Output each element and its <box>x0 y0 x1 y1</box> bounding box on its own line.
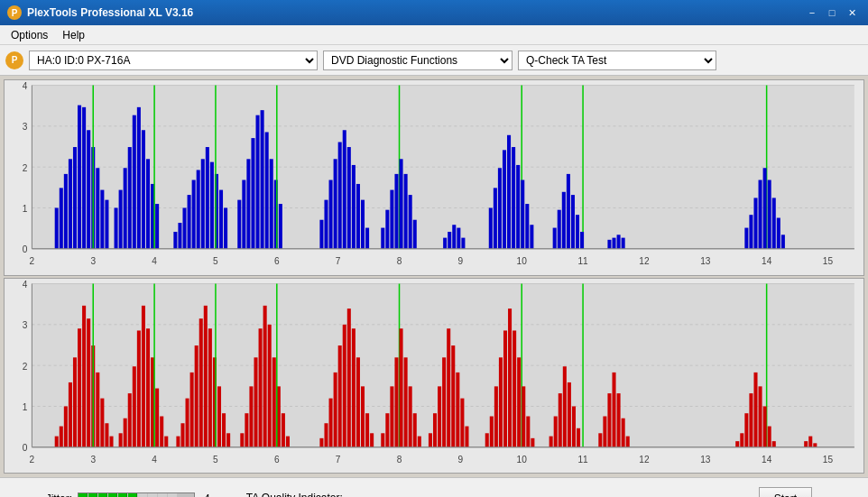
svg-rect-101 <box>494 188 497 248</box>
title-bar: P PlexTools Professional XL V3.16 − □ ✕ <box>0 0 868 25</box>
svg-rect-218 <box>347 308 351 447</box>
svg-rect-95 <box>448 232 451 249</box>
close-button[interactable]: ✕ <box>843 5 861 20</box>
svg-rect-43 <box>133 115 136 249</box>
svg-text:9: 9 <box>458 255 464 267</box>
app-icon: P <box>7 5 22 20</box>
bottom-chart-area: 4 3 2 1 0 2 3 4 5 6 7 8 9 10 11 12 13 14… <box>4 278 864 474</box>
svg-rect-166 <box>78 328 81 447</box>
test-select[interactable]: Q-Check TA Test <box>518 51 716 70</box>
svg-text:3: 3 <box>90 255 96 267</box>
svg-text:3: 3 <box>90 454 96 465</box>
menu-options[interactable]: Options <box>4 27 55 43</box>
svg-rect-181 <box>146 328 150 447</box>
svg-rect-191 <box>195 345 199 447</box>
svg-rect-229 <box>400 328 403 447</box>
svg-rect-189 <box>186 398 189 446</box>
svg-rect-93 <box>413 220 417 249</box>
svg-rect-206 <box>268 324 272 446</box>
svg-text:4: 4 <box>152 255 157 267</box>
svg-rect-183 <box>155 388 159 446</box>
svg-rect-75 <box>324 200 328 249</box>
start-button[interactable]: Start <box>759 487 812 497</box>
svg-rect-252 <box>522 386 525 446</box>
svg-rect-188 <box>180 423 184 447</box>
svg-rect-192 <box>199 318 203 447</box>
svg-rect-112 <box>558 210 561 249</box>
svg-rect-68 <box>261 110 264 249</box>
svg-rect-76 <box>329 180 333 249</box>
main-content: 4 3 2 1 0 2 3 4 5 6 7 8 9 10 11 12 13 14… <box>0 76 868 477</box>
svg-rect-168 <box>87 318 90 447</box>
svg-rect-124 <box>749 215 753 249</box>
svg-rect-176 <box>124 418 127 446</box>
svg-rect-108 <box>525 204 529 249</box>
svg-rect-46 <box>146 159 150 248</box>
svg-rect-103 <box>503 150 506 248</box>
svg-rect-222 <box>365 413 369 447</box>
top-chart-area: 4 3 2 1 0 2 3 4 5 6 7 8 9 10 11 12 13 14… <box>4 79 864 276</box>
svg-rect-52 <box>182 207 186 248</box>
function-select[interactable]: DVD Diagnostic Functions <box>323 51 512 70</box>
svg-rect-91 <box>404 174 408 249</box>
svg-rect-105 <box>512 147 515 249</box>
svg-rect-83 <box>361 200 365 249</box>
svg-rect-119 <box>612 238 615 249</box>
svg-rect-207 <box>272 357 276 446</box>
svg-rect-264 <box>603 416 606 446</box>
svg-rect-57 <box>206 147 209 249</box>
svg-rect-172 <box>105 423 108 447</box>
svg-rect-268 <box>622 418 625 446</box>
svg-rect-203 <box>254 357 257 446</box>
svg-text:15: 15 <box>823 255 833 267</box>
svg-rect-197 <box>222 413 226 447</box>
title-bar-controls: − □ ✕ <box>803 5 861 20</box>
svg-rect-226 <box>385 413 389 447</box>
svg-rect-173 <box>109 436 113 446</box>
svg-rect-180 <box>142 305 145 446</box>
svg-rect-232 <box>413 413 417 447</box>
svg-rect-223 <box>370 433 374 446</box>
svg-rect-129 <box>772 198 776 248</box>
drive-select[interactable]: HA:0 ID:0 PX-716A <box>29 51 318 70</box>
svg-rect-88 <box>390 190 393 249</box>
svg-rect-225 <box>381 433 384 446</box>
svg-rect-67 <box>256 115 260 249</box>
svg-rect-209 <box>282 413 285 447</box>
menu-help[interactable]: Help <box>55 27 92 43</box>
svg-rect-27 <box>60 188 63 248</box>
svg-rect-163 <box>64 406 68 446</box>
svg-text:11: 11 <box>577 454 587 465</box>
svg-text:14: 14 <box>762 454 771 465</box>
svg-rect-80 <box>347 147 351 249</box>
svg-rect-213 <box>324 423 328 447</box>
svg-rect-221 <box>361 386 365 446</box>
svg-rect-230 <box>404 357 408 446</box>
svg-rect-275 <box>753 372 757 446</box>
svg-rect-263 <box>598 433 602 446</box>
jitter-seg5 <box>118 493 127 498</box>
svg-rect-118 <box>607 240 611 249</box>
svg-text:15: 15 <box>823 454 833 465</box>
maximize-button[interactable]: □ <box>823 5 841 20</box>
svg-rect-220 <box>356 357 360 446</box>
svg-text:7: 7 <box>336 255 341 267</box>
svg-rect-114 <box>567 174 570 249</box>
svg-rect-201 <box>245 413 248 447</box>
svg-text:12: 12 <box>639 255 649 267</box>
svg-rect-35 <box>96 168 99 249</box>
svg-rect-261 <box>572 406 576 446</box>
svg-rect-271 <box>735 441 739 447</box>
svg-rect-282 <box>813 443 817 446</box>
svg-text:10: 10 <box>517 454 527 465</box>
minimize-button[interactable]: − <box>803 5 821 20</box>
svg-rect-202 <box>249 386 253 446</box>
svg-text:1: 1 <box>23 202 28 214</box>
top-chart: 4 3 2 1 0 2 3 4 5 6 7 8 9 10 11 12 13 14… <box>5 80 863 275</box>
svg-rect-56 <box>201 159 205 248</box>
svg-rect-245 <box>490 416 494 446</box>
svg-text:2: 2 <box>30 454 35 465</box>
ta-quality-section: TA Quality Indicator: Very Good <box>246 492 343 498</box>
svg-text:8: 8 <box>397 255 402 267</box>
svg-rect-29 <box>69 159 72 248</box>
